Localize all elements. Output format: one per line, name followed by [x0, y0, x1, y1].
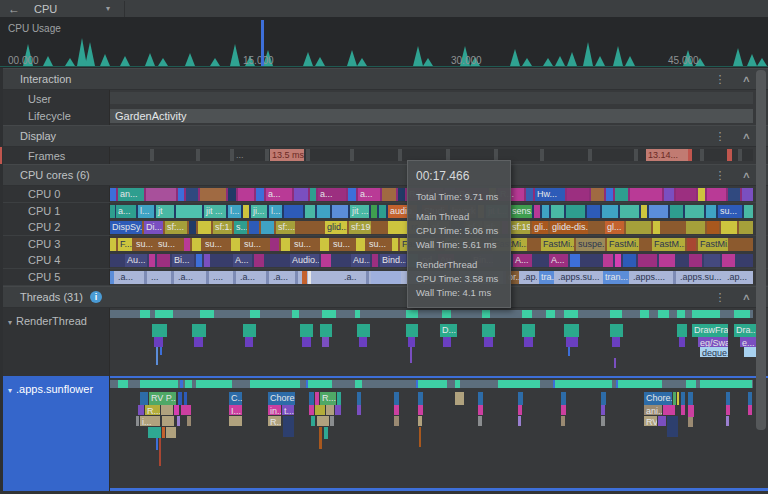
trace-segment[interactable] [313, 271, 340, 284]
trace-segment[interactable]: su... [134, 238, 154, 251]
trace-segment[interactable] [157, 254, 170, 267]
trace-segment[interactable] [302, 271, 307, 284]
trace-segment[interactable] [388, 221, 407, 234]
vertical-scrollbar-thumb[interactable] [756, 70, 766, 430]
trace-segment[interactable] [664, 188, 674, 201]
trace-event-block[interactable] [160, 347, 162, 355]
trace-event-block[interactable]: Chore... [268, 392, 295, 405]
trace-event-block[interactable] [324, 427, 328, 439]
trace-event-block[interactable] [394, 416, 399, 426]
trace-event-block[interactable] [148, 427, 161, 438]
trace-segment[interactable] [146, 188, 176, 201]
trace-segment[interactable] [308, 271, 311, 284]
trace-segment[interactable]: .a... [176, 271, 204, 284]
trace-segment[interactable]: sf:19... [349, 221, 371, 234]
trace-event-block[interactable] [658, 416, 666, 426]
trace-event-block[interactable]: ani... [644, 405, 662, 415]
trace-segment[interactable] [398, 188, 405, 201]
trace-segment[interactable] [686, 221, 705, 234]
trace-segment[interactable] [676, 188, 696, 201]
trace-segment[interactable]: Au... [351, 254, 370, 267]
trace-event-block[interactable] [726, 416, 729, 426]
trace-event-block[interactable] [478, 405, 483, 415]
trace-segment[interactable] [742, 188, 753, 201]
cpu-usage-chart[interactable]: CPU Usage 00.00015.00030.00045.000 [0, 17, 768, 68]
selection-marker[interactable] [261, 20, 264, 66]
trace-segment[interactable] [192, 238, 201, 251]
trace-event-block[interactable] [315, 405, 325, 415]
trace-event-block[interactable] [140, 392, 148, 405]
trace-event-block[interactable]: RV P... [149, 392, 176, 405]
trace-segment[interactable]: glide-dis... [550, 221, 588, 234]
frame-cell[interactable] [540, 149, 544, 161]
trace-segment[interactable] [704, 254, 720, 267]
trace-segment[interactable] [295, 271, 298, 284]
trace-segment[interactable]: tra... [539, 271, 554, 284]
frame-cell[interactable] [306, 149, 310, 161]
trace-segment[interactable]: su... [331, 238, 354, 251]
thread-label-renderthread[interactable]: ▾RenderThread [0, 308, 110, 376]
trace-segment[interactable] [603, 254, 613, 267]
trace-segment[interactable] [744, 205, 753, 218]
trace-event-block[interactable] [243, 324, 256, 337]
trace-segment[interactable] [356, 238, 365, 251]
trace-segment[interactable]: A... [549, 254, 568, 267]
trace-segment[interactable] [739, 221, 753, 234]
trace-event-block[interactable] [174, 405, 179, 415]
frame-cell[interactable] [588, 149, 592, 161]
more-options-icon[interactable]: ⋮ [714, 130, 725, 143]
trace-event-block[interactable] [177, 416, 180, 426]
trace-segment[interactable] [284, 205, 303, 218]
trace-segment[interactable]: jit ... [204, 205, 226, 218]
trace-event-block[interactable] [320, 324, 332, 337]
section-header-cpu-cores[interactable]: CPU cores (6) ⋮ ∧ [0, 164, 768, 186]
trace-segment[interactable]: Audio... [290, 254, 319, 267]
trace-event-block[interactable] [357, 324, 370, 337]
section-header-interaction[interactable]: Interaction ⋮ ∧ [0, 68, 768, 90]
trace-segment[interactable]: .a.. [342, 271, 364, 284]
trace-event-block[interactable] [748, 392, 752, 405]
trace-segment[interactable] [379, 205, 386, 218]
frame-cell[interactable] [196, 149, 200, 161]
back-arrow-icon[interactable]: ← [8, 2, 20, 16]
trace-segment[interactable]: Bi... [172, 254, 194, 267]
trace-segment[interactable]: .a... [271, 271, 293, 284]
trace-event-block[interactable] [418, 392, 423, 405]
trace-event-block[interactable] [357, 405, 361, 415]
trace-event-block[interactable] [408, 337, 415, 347]
trace-event-block[interactable] [673, 392, 676, 405]
trace-event-block[interactable] [419, 427, 421, 447]
trace-segment[interactable]: Au... [125, 254, 147, 267]
trace-segment[interactable]: F... [118, 238, 132, 251]
trace-event-block[interactable] [315, 392, 319, 405]
more-options-icon[interactable]: ⋮ [714, 291, 725, 304]
trace-event-block[interactable] [726, 405, 730, 415]
trace-event-block[interactable] [138, 405, 144, 415]
trace-event-block[interactable] [518, 416, 521, 426]
trace-event-block[interactable] [326, 405, 334, 415]
trace-segment[interactable] [149, 254, 155, 267]
trace-event-block[interactable] [610, 324, 623, 337]
trace-event-block[interactable] [192, 324, 206, 337]
trace-segment[interactable]: Bind... [380, 254, 406, 267]
trace-segment[interactable] [371, 205, 377, 218]
trace-event-block[interactable] [681, 405, 685, 415]
frame-cell[interactable] [150, 149, 154, 161]
trace-event-block[interactable] [162, 427, 165, 438]
section-header-display[interactable]: Display ⋮ ∧ [0, 125, 768, 147]
trace-segment[interactable] [254, 254, 264, 267]
section-header-threads[interactable]: Threads (31) i ⋮ ∧ [0, 286, 768, 308]
trace-event-block[interactable] [443, 337, 451, 347]
trace-segment[interactable] [659, 254, 675, 267]
trace-event-block[interactable] [524, 337, 533, 347]
frame-cell[interactable] [634, 149, 638, 161]
trace-event-block[interactable] [601, 405, 605, 415]
trace-segment[interactable] [615, 254, 621, 267]
trace-event-block[interactable] [309, 392, 314, 405]
trace-event-block[interactable]: Dra... [734, 324, 756, 337]
trace-segment[interactable] [542, 205, 549, 218]
trace-segment[interactable]: sens... [510, 205, 532, 218]
trace-segment[interactable] [204, 254, 210, 267]
lifecycle-event[interactable]: GardenActivity [110, 109, 753, 123]
trace-event-block[interactable] [726, 392, 730, 405]
